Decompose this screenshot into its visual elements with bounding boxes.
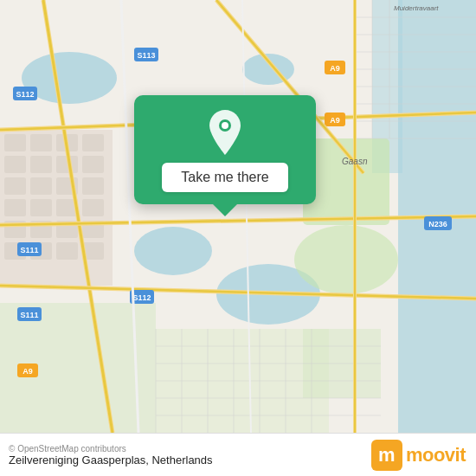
svg-rect-35 [56, 242, 78, 260]
svg-rect-14 [30, 134, 52, 151]
svg-text:Gaasn: Gaasn [342, 157, 368, 166]
svg-text:S111: S111 [20, 246, 38, 254]
footer-left: © OpenStreetMap contributors Zeilverenig… [9, 444, 213, 466]
moovit-logo: m moovit [371, 440, 466, 471]
svg-point-94 [222, 122, 228, 129]
svg-rect-28 [82, 199, 104, 216]
svg-rect-17 [4, 156, 26, 173]
svg-point-3 [134, 227, 212, 275]
svg-rect-16 [82, 134, 104, 151]
svg-text:A9: A9 [330, 116, 340, 125]
moovit-m-icon: m [371, 440, 402, 471]
svg-rect-21 [4, 177, 26, 195]
location-name: Zeilvereniging Gaasperplas, Netherlands [9, 453, 213, 466]
location-icon-wrapper [203, 111, 247, 154]
svg-rect-20 [82, 156, 104, 173]
take-me-there-button[interactable]: Take me there [162, 163, 287, 192]
svg-rect-24 [82, 177, 104, 195]
map-pin-icon [206, 110, 244, 155]
svg-text:A9: A9 [330, 64, 340, 73]
svg-text:S112: S112 [132, 293, 151, 302]
svg-rect-18 [30, 156, 52, 173]
svg-rect-22 [30, 177, 52, 195]
svg-text:S113: S113 [137, 51, 155, 60]
svg-text:S112: S112 [16, 90, 34, 99]
svg-point-8 [294, 225, 398, 294]
moovit-wordmark: moovit [406, 444, 466, 466]
location-popup: Take me there [134, 95, 316, 204]
footer: © OpenStreetMap contributors Zeilverenig… [0, 433, 476, 476]
svg-text:A9: A9 [23, 367, 33, 376]
copyright-text: © OpenStreetMap contributors [9, 444, 213, 453]
map: S112 S113 S112 S111 S111 A9 A9 A9 N236 G… [0, 0, 476, 433]
map-background: S112 S113 S112 S111 S111 A9 A9 A9 N236 G… [0, 0, 476, 433]
svg-text:N236: N236 [428, 220, 447, 228]
svg-rect-25 [4, 199, 26, 216]
svg-rect-13 [4, 134, 26, 151]
svg-rect-26 [30, 199, 52, 216]
svg-text:S111: S111 [20, 311, 38, 319]
svg-text:Muidertravaart: Muidertravaart [394, 4, 439, 12]
